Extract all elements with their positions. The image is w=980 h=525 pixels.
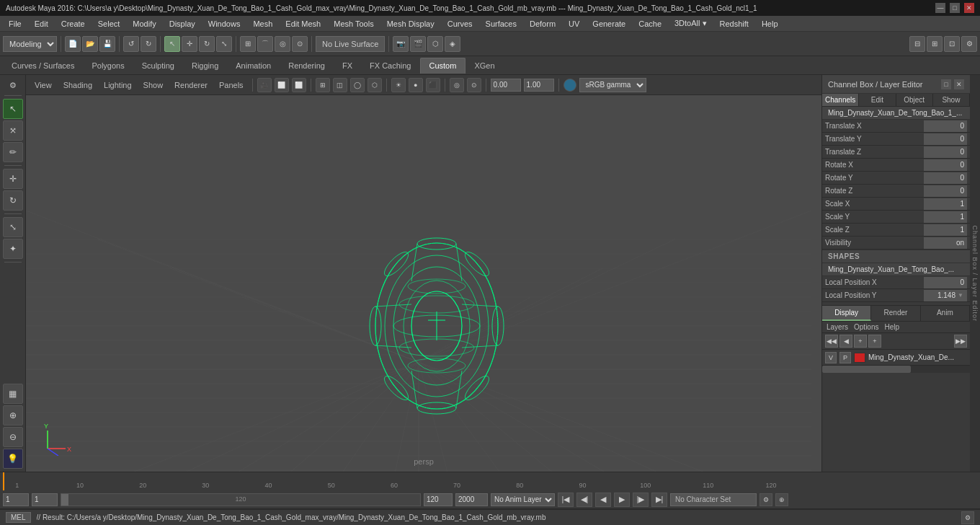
- camera-button[interactable]: 📷: [393, 36, 409, 52]
- panels-menu[interactable]: Panels: [215, 79, 248, 91]
- display-layer-button[interactable]: ▦: [3, 384, 23, 404]
- scale-tool-button[interactable]: ⤡: [216, 36, 232, 52]
- vp-smooth-button[interactable]: ◯: [350, 78, 365, 92]
- workflow-tab-custom[interactable]: Custom: [420, 58, 466, 74]
- vp-lighting-button[interactable]: ☀: [391, 78, 406, 92]
- mel-python-selector[interactable]: MEL: [6, 512, 31, 523]
- rotate-z-row[interactable]: Rotate Z 0: [822, 185, 970, 198]
- display-tab[interactable]: Display: [822, 306, 871, 321]
- maximize-button[interactable]: □: [950, 3, 960, 13]
- universal-tool-left[interactable]: ✦: [3, 239, 23, 259]
- vp-xray-button[interactable]: ◎: [450, 78, 464, 92]
- scale-y-row[interactable]: Scale Y 1: [822, 211, 970, 224]
- menu-item-file[interactable]: File: [3, 18, 27, 30]
- cb-scroll-thumb[interactable]: [822, 366, 911, 373]
- channels-tab[interactable]: Channels: [822, 94, 859, 106]
- char-set-button-2[interactable]: ⊕: [775, 493, 788, 506]
- menu-item-mesh-display[interactable]: Mesh Display: [381, 18, 440, 30]
- translate-x-row[interactable]: Translate X 0: [822, 120, 970, 133]
- layer-back-button[interactable]: ◀: [839, 335, 852, 348]
- render-button[interactable]: 🎬: [410, 36, 426, 52]
- translate-z-row[interactable]: Translate Z 0: [822, 146, 970, 159]
- layer-add-button[interactable]: +: [854, 335, 867, 348]
- menu-item-deform[interactable]: Deform: [524, 18, 561, 30]
- menu-item-redshift[interactable]: Redshift: [714, 18, 754, 30]
- add-button[interactable]: ⊕: [3, 405, 23, 425]
- menu-item-modify[interactable]: Modify: [127, 18, 161, 30]
- max-frame-field[interactable]: [455, 493, 488, 506]
- visibility-row[interactable]: Visibility on: [822, 237, 970, 250]
- menu-item-cache[interactable]: Cache: [633, 18, 667, 30]
- vp-filmgate-button[interactable]: ⬜: [275, 78, 289, 92]
- rotate-y-row[interactable]: Rotate Y 0: [822, 172, 970, 185]
- vp-wire-button[interactable]: ◫: [333, 78, 347, 92]
- play-forward-button[interactable]: ▶: [614, 493, 630, 507]
- vp-shadow-button[interactable]: ●: [409, 78, 423, 92]
- scale-tool-left[interactable]: ⤡: [3, 217, 23, 237]
- char-set-button-1[interactable]: ⚙: [760, 493, 772, 506]
- step-forward-button[interactable]: |▶: [633, 493, 649, 507]
- go-to-start-button[interactable]: |◀: [558, 493, 574, 507]
- workflow-tab-polygons[interactable]: Polygons: [83, 58, 133, 74]
- select-tool-left[interactable]: ↖: [3, 99, 23, 119]
- view-menu[interactable]: View: [30, 79, 56, 91]
- edit-tab[interactable]: Edit: [859, 94, 896, 106]
- current-frame-field[interactable]: [3, 493, 29, 506]
- snap-grid-button[interactable]: ⊞: [240, 36, 256, 52]
- status-options-button[interactable]: ⚙: [961, 511, 974, 524]
- menu-item-display[interactable]: Display: [164, 18, 201, 30]
- layout-button-3[interactable]: ⊡: [944, 36, 960, 52]
- renderer-menu[interactable]: Renderer: [170, 79, 212, 91]
- channel-box-restore-button[interactable]: □: [941, 79, 951, 89]
- workflow-tab-fx-caching[interactable]: FX Caching: [361, 58, 419, 74]
- render-tab[interactable]: Render: [871, 306, 920, 321]
- menu-item-edit[interactable]: Edit: [29, 18, 54, 30]
- local-position-y-row[interactable]: Local Position Y 1.148 ▼: [822, 289, 970, 302]
- settings-gear-button[interactable]: ⚙: [6, 78, 20, 92]
- snap-point-button[interactable]: ◎: [275, 36, 290, 52]
- workflow-tab-curves-/-surfaces[interactable]: Curves / Surfaces: [3, 58, 83, 74]
- move-tool-button[interactable]: ✛: [182, 36, 197, 52]
- play-back-button[interactable]: ◀: [595, 493, 611, 507]
- menu-item-mesh[interactable]: Mesh: [247, 18, 278, 30]
- workflow-tab-animation[interactable]: Animation: [227, 58, 280, 74]
- menu-item-mesh-tools[interactable]: Mesh Tools: [328, 18, 379, 30]
- ipr-button[interactable]: ⬡: [427, 36, 443, 52]
- lasso-tool-left[interactable]: ⤧: [3, 120, 23, 141]
- workflow-tab-xgen[interactable]: XGen: [466, 58, 503, 74]
- undo-button[interactable]: ↺: [123, 36, 139, 52]
- show-tab[interactable]: Show: [933, 94, 970, 106]
- menu-item-uv[interactable]: UV: [563, 18, 585, 30]
- close-button[interactable]: ✕: [964, 3, 974, 13]
- vp-color-mode-button[interactable]: [564, 79, 576, 92]
- workflow-tab-sculpting[interactable]: Sculpting: [133, 58, 183, 74]
- anim-layer-selector[interactable]: No Anim Layer: [491, 493, 555, 506]
- go-to-end-button[interactable]: ▶|: [651, 493, 667, 507]
- local-position-x-row[interactable]: Local Position X 0: [822, 276, 970, 289]
- vp-resolution-button[interactable]: ⬜: [292, 78, 306, 92]
- paint-tool-left[interactable]: ✏: [3, 142, 23, 162]
- snap-curve-button[interactable]: ⌒: [257, 36, 273, 52]
- layer-v-button[interactable]: V: [825, 352, 837, 363]
- menu-item-curves[interactable]: Curves: [442, 18, 478, 30]
- scale-x-row[interactable]: Scale X 1: [822, 198, 970, 211]
- layout-button-4[interactable]: ⚙: [961, 36, 977, 52]
- cb-scroll-track[interactable]: [822, 366, 970, 373]
- workflow-tab-rigging[interactable]: Rigging: [183, 58, 227, 74]
- vp-camera-button[interactable]: 🎥: [257, 78, 272, 92]
- show-menu[interactable]: Show: [139, 79, 168, 91]
- layer-p-button[interactable]: P: [839, 352, 851, 363]
- viewport-canvas[interactable]: persp X Y: [26, 95, 821, 472]
- vp-component-button[interactable]: ⊙: [467, 78, 481, 92]
- scale-z-row[interactable]: Scale Z 1: [822, 224, 970, 237]
- vp-boundingbox-button[interactable]: ⬡: [368, 78, 382, 92]
- no-live-surface-button[interactable]: No Live Surface: [316, 36, 385, 52]
- menu-item-3dtoall-▾[interactable]: 3DtoAll ▾: [669, 17, 713, 30]
- range-start-field[interactable]: [32, 493, 58, 506]
- rotate-x-row[interactable]: Rotate X 0: [822, 159, 970, 172]
- menu-item-create[interactable]: Create: [55, 18, 91, 30]
- vp-value2-field[interactable]: [524, 79, 554, 92]
- layer-options-button[interactable]: ▶▶: [954, 335, 967, 348]
- layer-prev-button[interactable]: ◀◀: [825, 335, 838, 348]
- vp-value1-field[interactable]: [491, 79, 521, 92]
